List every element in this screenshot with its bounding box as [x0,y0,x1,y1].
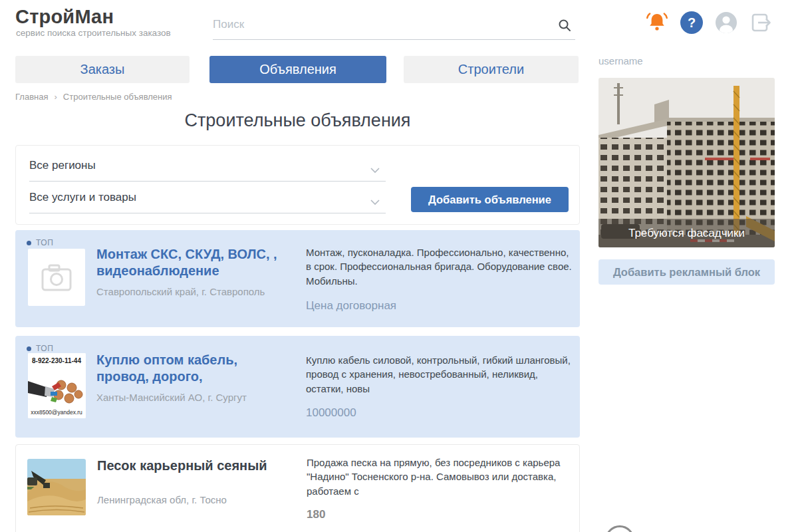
tab-builders[interactable]: Строители [404,56,579,83]
chevron-down-icon [370,164,380,176]
listing-card: ТОП Монтаж СКС, СКУД, ВОЛС, , видеонаблю… [15,230,580,327]
divider [29,181,386,182]
listing-description: Продажа песка на прямую, без посредников… [307,456,573,498]
listing-card: Песок карьерный сеяный Ленинградская обл… [15,444,580,532]
svg-text:xxx8500@yandex.ru: xxx8500@yandex.ru [31,409,82,416]
search-input[interactable] [213,9,545,36]
listing-price: 10000000 [306,406,356,420]
add-ad-block-button[interactable]: Добавить рекламный блок [598,259,775,285]
chevron-down-icon [370,196,380,208]
top-dot-icon [27,346,31,351]
listing-thumbnail-placeholder[interactable] [28,249,85,306]
filters-panel: Все регионы Все услуги и товары Добавить… [15,145,580,225]
breadcrumb-home[interactable]: Главная [15,92,48,102]
listing-price: Цена договорная [306,299,396,313]
logo[interactable]: СтройМан [15,6,114,28]
tab-orders[interactable]: Заказы [15,56,190,83]
search-field-wrap [213,9,575,40]
username-label: username [598,55,643,66]
top-badge: ТОП [27,344,53,353]
help-icon[interactable]: ? [680,11,703,34]
page-title: Строительные объявления [15,110,580,131]
sidebar-ad-banner[interactable]: Требуются фасадчики [598,78,775,247]
listing-thumbnail-cable-photo[interactable]: 8-922-230-11-44 xxx8500@yandex.ru [28,353,86,418]
listing-title-link[interactable]: Монтаж СКС, СКУД, ВОЛС, , видеонаблюдени… [96,246,316,279]
partial-circle-element [605,525,634,532]
top-dot-icon [27,241,31,245]
listing-location: Ставропольский край, г. Ставрополь [96,286,265,297]
listing-thumbnail-sand-photo[interactable] [27,459,86,515]
listing-location: Ханты-Мансийский АО, г. Сургут [96,392,247,403]
profile-icon[interactable] [715,11,737,34]
listing-location: Ленинградская обл, г. Тосно [97,494,227,505]
logo-tagline: сервис поиска строительных заказов [16,28,171,38]
ad-caption: Требуются фасадчики [598,219,775,247]
breadcrumb-current: Строительные объявления [63,92,172,102]
listing-title-link[interactable]: Куплю оптом кабель, провод, дорого, [96,352,263,385]
stroyman-page: СтройМан сервис поиска строительных зака… [0,0,798,532]
listing-price: 180 [307,508,325,521]
listing-card: ТОП 8-922-230-11-44 xxx8500@yandex.ru [15,336,580,438]
logout-icon[interactable] [750,11,773,34]
tab-listings[interactable]: Объявления [209,56,386,83]
add-listing-button[interactable]: Добавить объявление [411,187,569,212]
listing-title-link[interactable]: Песок карьерный сеяный [97,458,317,474]
text-fade-overlay [505,382,569,397]
camera-icon [28,249,85,306]
region-select[interactable]: Все регионы [29,159,96,172]
category-select[interactable]: Все услуги и товары [29,191,136,204]
divider [29,213,386,213]
bell-icon[interactable] [644,9,670,35]
top-badge: ТОП [27,238,53,247]
breadcrumb-separator: › [54,92,57,102]
listing-description: Монтаж, пусконаладка. Профессионально, к… [306,245,572,288]
svg-text:8-922-230-11-44: 8-922-230-11-44 [32,357,81,364]
breadcrumb: Главная › Строительные объявления [15,92,172,102]
search-icon[interactable] [558,19,571,35]
